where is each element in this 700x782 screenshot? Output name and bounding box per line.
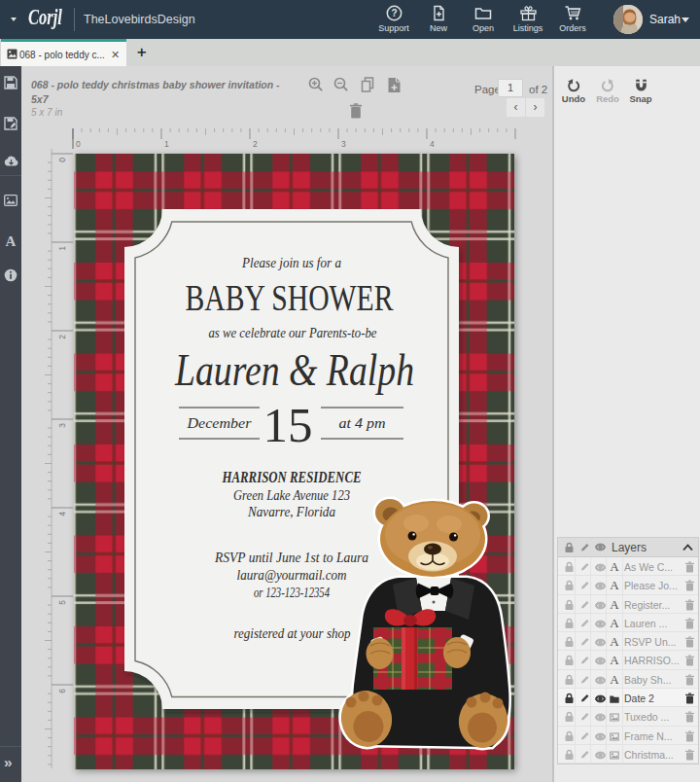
svg-text:RSVP until June 1st to Laura: RSVP until June 1st to Laura (214, 550, 368, 565)
svg-text:3: 3 (57, 423, 67, 428)
svg-text:2: 2 (253, 139, 258, 149)
svg-text:December: December (186, 415, 251, 431)
svg-text:4: 4 (430, 139, 435, 149)
svg-text:0: 0 (76, 139, 81, 149)
svg-text:or 123-123-12354: or 123-123-12354 (254, 585, 330, 600)
svg-text:?: ? (391, 8, 397, 18)
svg-text:6: 6 (57, 689, 67, 693)
svg-text:BABY SHOWER: BABY SHOWER (186, 278, 394, 318)
svg-text:1: 1 (164, 139, 169, 149)
svg-text:5: 5 (57, 600, 67, 605)
svg-text:registered at your shop: registered at your shop (234, 625, 351, 641)
svg-text:at 4 pm: at 4 pm (339, 415, 386, 431)
svg-text:as we celebrate our Parents-to: as we celebrate our Parents-to-be (209, 325, 377, 340)
svg-text:4: 4 (57, 512, 67, 516)
svg-text:2: 2 (57, 335, 67, 339)
svg-text:Lauren & Ralph: Lauren & Ralph (174, 345, 414, 395)
svg-text:Navarre, Florida: Navarre, Florida (247, 504, 335, 519)
svg-text:15: 15 (263, 398, 313, 452)
svg-text:laura@yourmail.com: laura@yourmail.com (237, 567, 347, 583)
svg-text:Please join us for a: Please join us for a (241, 255, 341, 270)
svg-text:0: 0 (57, 158, 67, 162)
svg-text:1: 1 (57, 246, 67, 251)
svg-text:HARRISON RESIDENCE: HARRISON RESIDENCE (222, 469, 362, 485)
svg-text:Green Lake Avenue 123: Green Lake Avenue 123 (233, 487, 350, 503)
svg-text:3: 3 (341, 139, 346, 149)
